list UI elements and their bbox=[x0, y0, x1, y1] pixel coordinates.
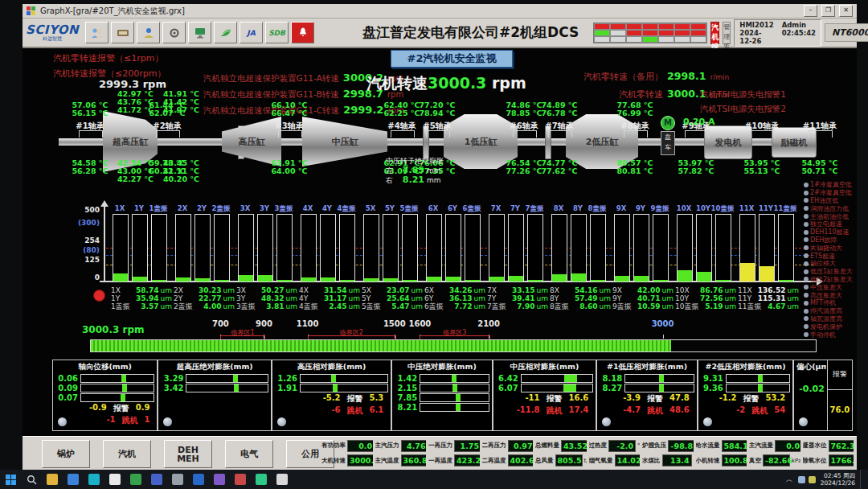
taskbar-app-icon[interactable] bbox=[272, 470, 293, 489]
panel-title: 超高压绝对膨胀(mm) bbox=[161, 362, 268, 372]
chart-bar-fill bbox=[446, 277, 461, 281]
rpm-tick-label: 1100 bbox=[293, 319, 322, 328]
chart-bar-fill bbox=[489, 277, 504, 281]
taskbar-app-icon[interactable] bbox=[188, 470, 209, 489]
chart-bar bbox=[614, 214, 630, 282]
session-time: 02:45:42 bbox=[782, 29, 816, 45]
nav-button[interactable]: 电气 bbox=[225, 440, 273, 468]
process-value-column: 一再压力1.75MPa一再温度423.2°C bbox=[428, 438, 480, 468]
panel-trip-limits: -6跳机6.1 bbox=[275, 405, 388, 417]
chart-bar bbox=[508, 214, 524, 282]
operator-icon[interactable] bbox=[137, 22, 160, 43]
turning-gear-motor-icon: M bbox=[661, 116, 675, 130]
chart-bar bbox=[132, 214, 148, 282]
taskbar-app-icon[interactable] bbox=[125, 470, 146, 489]
chart-bar bbox=[445, 214, 461, 282]
tsi-alarm-label: 汽机TSI电源失电报警2 bbox=[700, 101, 786, 116]
users-icon[interactable] bbox=[85, 22, 108, 43]
process-value-column: 给水流量584.1t/h小机转速100.8rpm bbox=[696, 438, 747, 468]
monitor-icon[interactable] bbox=[188, 22, 211, 43]
maximize-button[interactable]: ❐ bbox=[821, 5, 835, 17]
taskbar-app-icon[interactable] bbox=[209, 470, 230, 489]
nav-button[interactable]: DEHMEH bbox=[164, 440, 212, 468]
panel-title: 偏心(μm) bbox=[796, 362, 826, 372]
tray-chevron-icon[interactable]: ︿ bbox=[786, 475, 793, 485]
plant-title: 盘江普定发电有限公司#2机组DCS bbox=[362, 23, 579, 42]
show-desktop-button[interactable] bbox=[860, 470, 865, 489]
chart-value-cell: 4X31.54um4Y31.17um4盖振2.45um bbox=[299, 286, 360, 310]
process-value: 给水流量584.1t/h bbox=[696, 440, 747, 452]
status-lamp-icon bbox=[804, 293, 809, 298]
toolbar-buttons: JASDB bbox=[85, 22, 314, 43]
chart-bar bbox=[653, 214, 669, 282]
rpm-tick-label: 3000 bbox=[649, 319, 678, 328]
chart-bar-fill bbox=[552, 274, 567, 281]
alarm-grid-cell bbox=[594, 36, 610, 43]
chart-value-cell: 11X136.52um11Y115.31um11盖振4.67um bbox=[738, 286, 799, 310]
chart-axis-label: 125 bbox=[68, 256, 100, 264]
taskbar-app-icon[interactable] bbox=[251, 470, 272, 489]
process-value: 二再压力0.97MPa bbox=[482, 440, 534, 452]
status-lamp-icon bbox=[804, 269, 809, 274]
taskbar-app-icon[interactable] bbox=[42, 470, 63, 489]
status-lamp-icon bbox=[804, 214, 809, 219]
ja-icon[interactable]: JA bbox=[240, 22, 263, 43]
start-button[interactable] bbox=[0, 470, 21, 489]
alarm-bell-icon[interactable] bbox=[291, 22, 314, 43]
search-icon[interactable] bbox=[21, 470, 42, 489]
machine-icon[interactable] bbox=[162, 22, 186, 43]
panel-status-dot bbox=[703, 417, 712, 426]
status-lamp-icon bbox=[804, 230, 809, 235]
alarm-grid-cell bbox=[658, 36, 674, 43]
taskbar-app-icon[interactable] bbox=[146, 470, 167, 489]
tsi-alarm-label: 汽机TSI电源失电报警1 bbox=[700, 87, 786, 101]
turbine-shaft bbox=[59, 138, 814, 146]
taskbar-clock[interactable]: 02:45 周四 2024/12/26 bbox=[821, 472, 855, 487]
chart-bar-label: 11盖振 bbox=[771, 204, 800, 214]
cylinder-label: 励磁机 bbox=[781, 137, 808, 149]
taskbar-app-icon[interactable] bbox=[84, 470, 104, 489]
bearing-temps-bottom: 53.97 °C57.82 °C bbox=[669, 159, 723, 175]
status-lamp-icon bbox=[804, 206, 809, 211]
panel-status-dot bbox=[163, 417, 172, 426]
sdb-icon[interactable]: SDB bbox=[265, 22, 289, 43]
process-value-column: 二再压力0.97MPa二再温度402.6°C bbox=[482, 438, 534, 468]
uhp-metal-temps-top: 42.97 °C41.91 °C43.76 °C41.42 °C41.72 °C… bbox=[117, 90, 209, 114]
panel-gauge-row: 1.91 bbox=[275, 384, 388, 392]
nav-button[interactable]: 汽机 bbox=[103, 440, 151, 468]
taskbar-app-icon[interactable] bbox=[63, 470, 84, 489]
panel-gauge-row: 7.85 bbox=[395, 393, 489, 402]
alarm-grid-cell bbox=[690, 36, 706, 43]
panel-gauge-row: 9.31 bbox=[701, 374, 791, 383]
panel-gauge-row: 2.15 bbox=[395, 384, 489, 392]
status-lamp-icon bbox=[804, 253, 809, 258]
chart-value-cell: 8X54.16um8Y57.49um8盖振8.60um bbox=[550, 286, 611, 310]
measurement-panel: 轴向位移(mm)0.060.090.07-0.9报警0.9-1跳机1 bbox=[52, 360, 158, 431]
tray-status-icon[interactable] bbox=[798, 476, 805, 483]
minimize-button[interactable]: – bbox=[804, 5, 817, 17]
measurement-panel: #1低压相对膨胀(mm)8.188.27-3.9报警47.8-4.7跳机48.6 bbox=[596, 360, 697, 431]
chart-bar-fill bbox=[779, 280, 793, 281]
panel-trip-limits: -11.8跳机17.4 bbox=[496, 405, 593, 417]
measurement-panel: 偏心(μm)-0.02报警76.0 bbox=[793, 360, 853, 431]
chart-bar-fill bbox=[321, 277, 335, 281]
sciyon-logo: SCIYON 科远智慧 bbox=[26, 23, 79, 43]
taskbar-app-icon[interactable] bbox=[230, 470, 251, 489]
docs-icon[interactable] bbox=[214, 22, 237, 43]
alarm-grid-cell bbox=[674, 36, 690, 43]
tray-status-icon[interactable] bbox=[809, 476, 816, 483]
process-value: 主汽温度360.8°C bbox=[375, 454, 427, 466]
chart-bar bbox=[571, 214, 587, 282]
keyboard-icon[interactable] bbox=[111, 22, 134, 43]
chart-bar-fill bbox=[615, 276, 629, 281]
panel-gauge-row: 1.26 bbox=[275, 374, 388, 383]
nav-button[interactable]: 锅炉 bbox=[42, 440, 90, 468]
close-button[interactable]: ✕ bbox=[839, 5, 853, 17]
panel-trip-limits: -1跳机1 bbox=[55, 415, 154, 426]
chart-bar-fill bbox=[195, 278, 210, 281]
taskbar-app-icon[interactable] bbox=[167, 470, 188, 489]
process-value: 主汽流量0.0t/h bbox=[749, 440, 800, 452]
mode-button[interactable]: 管理 监视 bbox=[723, 22, 731, 44]
taskbar-app-icon[interactable] bbox=[104, 470, 125, 489]
panel-gauge-row: 3.42 bbox=[161, 384, 268, 392]
